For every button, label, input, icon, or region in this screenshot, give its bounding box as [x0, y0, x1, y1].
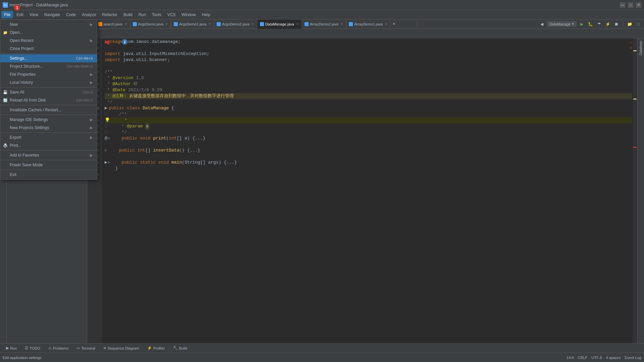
menu-build[interactable]: Build: [121, 11, 135, 18]
badge-1: 1: [14, 5, 20, 11]
bottom-tab-build[interactable]: 🔨 Build: [170, 345, 191, 352]
debug-button[interactable]: 🐛: [587, 20, 594, 28]
menu-new[interactable]: New ▶: [0, 20, 97, 28]
right-activity-bar: Database: [637, 38, 644, 353]
menu-analyze[interactable]: Analyze: [79, 11, 99, 18]
menu-code[interactable]: Code: [63, 11, 78, 18]
code-editor[interactable]: 1 2 3 4 5 6 7 8 9 10 11 12 13 14 15 16 1…: [87, 38, 637, 353]
tab-close-search[interactable]: ✕: [124, 22, 127, 26]
tab-close-datamanage[interactable]: ✕: [296, 22, 299, 26]
code-line-22: ▶ public int[] insertData() {...}: [105, 147, 632, 154]
menu-file-properties[interactable]: File Properties ▶: [0, 70, 97, 78]
maximize-button[interactable]: □: [628, 2, 633, 8]
menu-reload[interactable]: 🔄 Reload All from Disk Ctrl+Alt+Y: [0, 96, 97, 104]
bottom-tab-terminal[interactable]: ▭ Terminal: [73, 345, 99, 352]
code-line-15: □ * @param a: [105, 123, 632, 129]
menu-section-6: Export ▶ 🖨️ Print...: [0, 133, 97, 150]
line-num-7: 7: [97, 75, 99, 81]
new-projects-arrow: ▶: [90, 125, 93, 130]
menu-help[interactable]: Help: [199, 11, 213, 18]
bottom-tab-todo[interactable]: ☰ TODO: [21, 345, 44, 352]
bottom-tab-run[interactable]: ▶ Run: [3, 345, 20, 352]
menu-settings[interactable]: Settings... Ctrl+Alt+S: [0, 54, 97, 62]
menu-invalidate-caches[interactable]: Invalidate Caches / Restart...: [0, 106, 97, 114]
minimize-button[interactable]: —: [620, 2, 625, 8]
menu-open[interactable]: 📁 Open...: [0, 28, 97, 37]
tab-close-argsdemo[interactable]: ✕: [165, 22, 168, 26]
menu-view[interactable]: View: [27, 11, 41, 18]
stop-button[interactable]: ⏹: [613, 20, 620, 28]
title-bar: im imoocProject - DataManage.java — □ ✕: [0, 0, 644, 10]
status-indent[interactable]: 4 spaces: [606, 356, 621, 360]
profile-button[interactable]: ⚡: [604, 20, 611, 28]
menu-power-save[interactable]: Power Save Mode: [0, 161, 97, 169]
menu-project-structure[interactable]: Project Structure... Ctrl+Alt+Shift+S: [0, 62, 97, 70]
code-line-47: }: [105, 166, 632, 172]
tab-arraydemo2-java[interactable]: ArrayDemo2.java ✕: [302, 19, 346, 29]
bottom-tab-sequence[interactable]: ≋ Sequence Diagram: [100, 345, 143, 352]
status-position[interactable]: 14:8: [567, 356, 574, 360]
menu-refactor[interactable]: Refactor: [100, 11, 120, 18]
menu-new-projects[interactable]: New Projects Settings ▶: [0, 124, 97, 132]
back-button[interactable]: ◀: [538, 20, 545, 28]
menu-exit[interactable]: Exit: [0, 171, 97, 179]
event-log-label[interactable]: Event Log: [625, 356, 641, 360]
menu-export[interactable]: Export ▶: [0, 133, 97, 141]
tab-expand[interactable]: ▾: [390, 19, 417, 29]
run-button[interactable]: ▶: [578, 20, 585, 28]
menu-local-history[interactable]: Local History ▶: [0, 78, 97, 86]
scroll-gutter: △ 4: [633, 38, 637, 353]
print-icon: 🖨️: [3, 143, 8, 148]
tab-argsdemo2-java[interactable]: ArgsDemo2.java ✕: [214, 19, 257, 29]
tab-arraydemo1-java[interactable]: ArrayDemo1.java ✕: [346, 19, 390, 29]
code-line-11: */: [105, 99, 632, 105]
open-recent-arrow: ▶: [90, 38, 93, 43]
title-bar-controls[interactable]: — □ ✕: [620, 2, 641, 8]
menu-section-4: Invalidate Caches / Restart...: [0, 105, 97, 115]
status-crlf[interactable]: CRLF: [578, 356, 588, 360]
tab-datamanage-java[interactable]: DataManage.java ✕: [257, 19, 302, 29]
tab-close-arraydemo2[interactable]: ✕: [340, 22, 343, 26]
menu-window[interactable]: Window: [179, 11, 199, 18]
tab-argsdemo1-java[interactable]: ArgsDemo1.java ✕: [171, 19, 214, 29]
database-sidebar-label[interactable]: Database: [638, 40, 643, 57]
tab-close-arraydemo1[interactable]: ✕: [385, 22, 387, 26]
coverage-button[interactable]: ☂: [595, 20, 603, 28]
line-num-1: 1: [97, 39, 99, 45]
run-config-selector[interactable]: DataManage ▾: [547, 21, 577, 27]
tab-argsdemo-java[interactable]: ArgsDemo.java ✕: [130, 19, 171, 29]
menu-save-all[interactable]: 💾 Save All Ctrl+S: [0, 88, 97, 96]
status-bar-right: 14:8 CRLF UTF-8 4 spaces Event Log: [567, 356, 641, 360]
menu-tools[interactable]: Tools: [149, 11, 164, 18]
tab-search-java[interactable]: search.java ✕: [96, 19, 130, 29]
menu-navigate[interactable]: Navigate: [42, 11, 63, 18]
tab-close-argsdemo2[interactable]: ✕: [252, 22, 254, 26]
tab-bar: Method.java ✕ search.java ✕ ArgsDemo.jav…: [60, 19, 417, 29]
bottom-tab-profiler[interactable]: ⚡ Profiler: [144, 345, 168, 352]
expand-button[interactable]: □: [635, 20, 642, 28]
menu-open-recent[interactable]: Open Recent ▶: [0, 37, 97, 45]
code-line-48: [105, 172, 632, 178]
close-button[interactable]: ✕: [636, 2, 641, 8]
open-icon: 📁: [3, 31, 8, 35]
code-line-13: □ /**: [105, 111, 632, 117]
status-encoding[interactable]: UTF-8: [591, 356, 602, 360]
local-history-arrow: ▶: [90, 80, 93, 85]
code-line-5: [105, 63, 632, 69]
project-files-button[interactable]: 📁: [626, 20, 633, 28]
menu-file[interactable]: File: [1, 11, 13, 18]
menu-close-project[interactable]: Close Project: [0, 45, 97, 53]
menu-edit[interactable]: Edit: [14, 11, 26, 18]
menu-run[interactable]: Run: [136, 11, 149, 18]
terminal-icon: ▭: [76, 346, 80, 350]
menu-add-favorites[interactable]: Add to Favorites ▶: [0, 151, 97, 159]
menu-manage-ide[interactable]: Manage IDE Settings ▶: [0, 116, 97, 124]
bottom-tab-problems[interactable]: ⚠ Problems: [45, 345, 72, 352]
tab-icon-argsdemo1: [174, 22, 178, 26]
menu-print[interactable]: 🖨️ Print...: [0, 141, 97, 149]
run-config-dropdown[interactable]: ▾: [572, 22, 574, 26]
menu-vcs[interactable]: VCS: [165, 11, 178, 18]
tab-icon-datamanage: [260, 22, 264, 26]
file-props-arrow: ▶: [90, 72, 93, 77]
tab-close-argsdemo1[interactable]: ✕: [208, 22, 211, 26]
